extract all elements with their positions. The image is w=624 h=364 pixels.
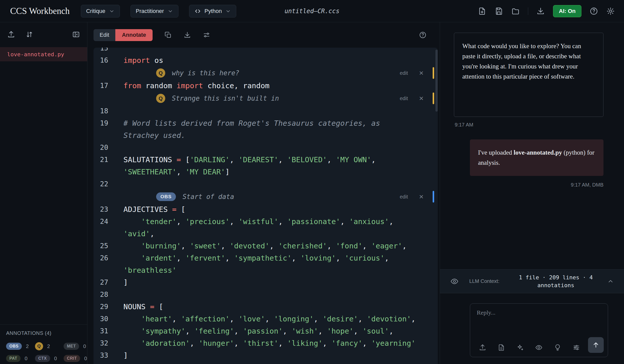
code-line: 19# Word lists derived from Roget's Thes… — [94, 117, 438, 141]
open-folder-button[interactable] — [511, 7, 520, 15]
ideas-button[interactable] — [554, 344, 561, 351]
code-line: 18 — [94, 105, 438, 117]
topbar: CCS Workbench Critique Practitioner Pyth… — [0, 0, 624, 22]
annotation-edit-button[interactable]: edit — [400, 194, 408, 200]
practitioner-dropdown-label: Practitioner — [136, 8, 164, 14]
editor-help-button[interactable] — [419, 31, 427, 39]
badge-count: 0 — [83, 343, 86, 349]
crit-badge: CRIT — [64, 355, 80, 362]
llm-context-value: 1 file · 209 lines · 4 annotations — [514, 274, 598, 289]
annotation-edit-button[interactable]: edit — [400, 96, 408, 101]
pat-badge: PAT — [6, 355, 21, 362]
sliders-icon — [573, 344, 580, 351]
save-button[interactable] — [494, 7, 503, 15]
annotation-edit-button[interactable]: edit — [400, 70, 408, 76]
annotation-badge-q: Q — [156, 94, 165, 103]
new-file-button[interactable] — [478, 7, 486, 15]
practitioner-dropdown[interactable]: Practitioner — [131, 5, 178, 17]
filter-button[interactable] — [203, 31, 210, 39]
code-line: 17from random import choice, random — [94, 80, 438, 92]
annotation-row: Qwhy is this here?edit× — [94, 66, 438, 80]
line-number: 22 — [94, 178, 123, 190]
annotation-count-ctx[interactable]: CTX0 — [35, 355, 64, 362]
reply-settings-button[interactable] — [573, 344, 580, 351]
annotation-badges: OBS2Q2MET0PAT0CTX0CRIT0 — [6, 342, 81, 362]
annotation-count-obs[interactable]: OBS2 — [6, 342, 35, 350]
sidebar-toolbar — [0, 22, 87, 40]
upload-file-button[interactable] — [7, 30, 15, 39]
ai-suggest-button[interactable] — [516, 344, 524, 351]
user-message-filename: love-annotated.py — [514, 149, 562, 156]
annotation-count-met[interactable]: MET0 — [64, 342, 87, 350]
annotation-close-button[interactable]: × — [419, 95, 424, 102]
new-file-icon — [478, 7, 486, 15]
code-area[interactable]: 1516import osQwhy is this here?edit×17fr… — [94, 48, 438, 364]
chevron-up-icon — [607, 278, 614, 285]
code-content: ] — [123, 349, 417, 361]
collapse-sidebar-button[interactable] — [72, 30, 80, 39]
tab-edit[interactable]: Edit — [94, 29, 115, 41]
open-folder-icon — [511, 7, 520, 15]
annotation-count-crit[interactable]: CRIT0 — [64, 355, 87, 362]
code-line: 24 'tender', 'precious', 'wistful', 'pas… — [94, 215, 438, 240]
line-number: 19 — [94, 117, 123, 141]
app-title: CCS Workbench — [10, 6, 70, 16]
line-number: 31 — [94, 325, 123, 337]
collapse-context-button[interactable] — [607, 278, 614, 285]
line-number: 16 — [94, 54, 123, 66]
sparkles-icon — [516, 344, 524, 351]
line-number: 15 — [94, 48, 123, 54]
annotation-row: QStrange this isn't built inedit× — [94, 92, 438, 105]
reply-input[interactable] — [477, 309, 598, 332]
file-item-love-annotated[interactable]: love-annotated.py — [0, 47, 87, 61]
code-content — [123, 141, 417, 154]
attach-document-button[interactable] — [498, 344, 505, 351]
annotation-count-pat[interactable]: PAT0 — [6, 355, 35, 362]
annotation-text: Start of data — [182, 193, 234, 201]
download-button[interactable] — [536, 7, 545, 15]
code-content — [123, 105, 417, 117]
code-content: 'adoration', 'hunger', 'thirst', 'liking… — [123, 337, 417, 349]
code-line: 26 'ardent', 'fervent', 'sympathetic', '… — [94, 252, 438, 276]
ai-toggle-button[interactable]: AI: On — [553, 5, 581, 17]
sort-files-button[interactable] — [25, 30, 33, 39]
attach-upload-button[interactable] — [479, 344, 486, 351]
code-content — [123, 288, 417, 301]
code-line: 28 — [94, 288, 438, 301]
download-annotations-button[interactable] — [183, 31, 191, 39]
download-icon — [183, 31, 191, 39]
filter-icon — [203, 31, 210, 39]
code-line: 30 'heart', 'affection', 'love', 'longin… — [94, 313, 438, 325]
chevron-down-icon — [109, 8, 115, 14]
document-filename: untitled—CR.ccs — [285, 8, 340, 15]
editor-scrollbar-thumb[interactable] — [435, 50, 438, 112]
obs-badge: OBS — [6, 343, 22, 350]
reply-box — [470, 303, 608, 357]
copy-button[interactable] — [164, 31, 172, 39]
send-button[interactable] — [588, 337, 604, 353]
line-number: 28 — [94, 288, 123, 301]
ai-message-text: What code would you like to explore? You… — [462, 41, 595, 82]
file-name: love-annotated.py — [7, 51, 64, 58]
badge-count: 2 — [47, 343, 50, 349]
settings-button[interactable] — [606, 7, 615, 15]
preview-button[interactable] — [535, 344, 543, 351]
help-button[interactable] — [590, 7, 598, 15]
annotation-row: OBSStart of dataedit× — [94, 190, 438, 203]
language-dropdown[interactable]: Python — [189, 5, 236, 17]
line-number: 23 — [94, 203, 123, 215]
annotation-close-button[interactable]: × — [419, 69, 424, 77]
file-text-icon — [498, 344, 505, 351]
tab-annotate[interactable]: Annotate — [115, 29, 153, 41]
annotation-count-q[interactable]: Q2 — [35, 342, 64, 350]
topbar-actions: AI: On — [478, 5, 615, 17]
chat-panel: What code would you like to explore? You… — [440, 22, 624, 364]
line-number: 25 — [94, 240, 123, 252]
annotation-close-button[interactable]: × — [419, 193, 424, 201]
critique-dropdown[interactable]: Critique — [81, 5, 120, 17]
reply-area — [440, 293, 624, 364]
badge-count: 2 — [26, 343, 29, 349]
code-content — [123, 48, 417, 54]
line-number: 26 — [94, 252, 123, 276]
code-content: 'burning', 'sweet', 'devoted', 'cherishe… — [123, 240, 417, 252]
